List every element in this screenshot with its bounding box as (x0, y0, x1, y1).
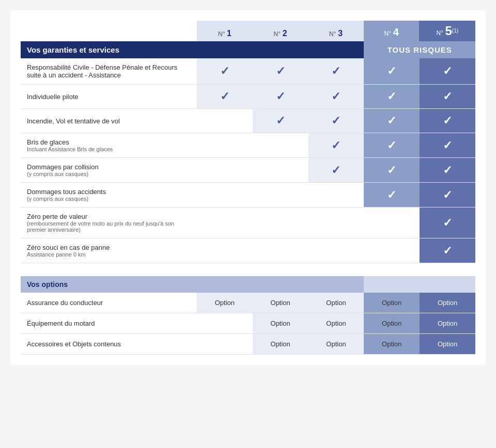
opt-row0-opt5: Option (420, 293, 475, 313)
col1-number: 1 (227, 29, 231, 38)
table-row: Dommages tous accidents (y compris aux c… (21, 183, 475, 207)
row5-check5: ✓ (420, 183, 475, 207)
opt-row2-opt5: Option (420, 333, 475, 354)
row4-check3: ✓ (308, 158, 364, 183)
row5-check1 (197, 183, 253, 207)
opt-row1-opt3: Option (308, 313, 364, 333)
table-row: Dommages par collision (y compris aux ca… (21, 158, 475, 183)
options-header-left: Vos options (21, 276, 364, 293)
opt-row1-opt2: Option (253, 313, 308, 333)
header-table: N° 1 N° 2 N° 3 N° 4 N° 5(1) (21, 21, 475, 41)
row0-check1: ✓ (197, 58, 253, 85)
col3-prefix: N° (329, 30, 336, 38)
row1-check5: ✓ (420, 85, 475, 109)
col4-number: 4 (393, 26, 399, 38)
row1-check4: ✓ (364, 85, 420, 109)
row3-check3: ✓ (308, 133, 364, 158)
row0-check2: ✓ (253, 58, 308, 85)
opt-row2-opt1 (197, 333, 253, 354)
row1-label: Individuelle pilote (21, 85, 197, 109)
guarantees-header-left: Vos garanties et services (21, 41, 364, 58)
list-item: Assurance du conducteur Option Option Op… (21, 293, 475, 313)
row3-check1 (197, 133, 253, 158)
spacer-row (21, 263, 475, 276)
table-row: Responsabilité Civile - Défense Pénale e… (21, 58, 475, 85)
col5-superscript: (1) (452, 28, 458, 34)
table-row: Zéro perte de valeur (remboursement de v… (21, 207, 475, 238)
row2-check5: ✓ (420, 109, 475, 133)
header-col-2: N° 2 (253, 21, 308, 41)
row0-check4: ✓ (364, 58, 420, 85)
row7-check4 (364, 238, 420, 263)
row7-label: Zéro souci en cas de panne Assistance pa… (21, 238, 197, 263)
col3-number: 3 (338, 29, 343, 38)
table-row: Zéro souci en cas de panne Assistance pa… (21, 238, 475, 263)
opt-row1-opt1 (197, 313, 253, 333)
row2-check1 (197, 109, 253, 133)
row5-check2 (253, 183, 308, 207)
row3-check4: ✓ (364, 133, 420, 158)
opt-row2-opt2: Option (253, 333, 308, 354)
table-row: Incendie, Vol et tentative de vol ✓ ✓ ✓ … (21, 109, 475, 133)
col2-prefix: N° (274, 30, 281, 38)
opt-row1-label: Équipement du motard (21, 313, 197, 333)
row2-check4: ✓ (364, 109, 420, 133)
list-item: Accessoires et Objets contenus Option Op… (21, 333, 475, 354)
row7-check2 (253, 238, 308, 263)
row0-check3: ✓ (308, 58, 364, 85)
opt-row1-opt5: Option (420, 313, 475, 333)
row5-check4: ✓ (364, 183, 420, 207)
col5-prefix: N° (436, 29, 443, 37)
row1-check3: ✓ (308, 85, 364, 109)
opt-row0-opt3: Option (308, 293, 364, 313)
col1-prefix: N° (218, 30, 225, 38)
row0-label: Responsabilité Civile - Défense Pénale e… (21, 58, 197, 85)
row6-label: Zéro perte de valeur (remboursement de v… (21, 207, 197, 238)
list-item: Équipement du motard Option Option Optio… (21, 313, 475, 333)
opt-row0-opt2: Option (253, 293, 308, 313)
opt-row2-opt3: Option (308, 333, 364, 354)
header-col-4: N° 4 (364, 21, 420, 41)
opt-row1-opt4: Option (364, 313, 420, 333)
row6-check3 (308, 207, 364, 238)
row7-check3 (308, 238, 364, 263)
row6-check4 (364, 207, 420, 238)
row5-label: Dommages tous accidents (y compris aux c… (21, 183, 197, 207)
opt-row0-label: Assurance du conducteur (21, 293, 197, 313)
row3-label: Bris de glaces Incluant Assistance Bris … (21, 133, 197, 158)
header-col-5: N° 5(1) (419, 21, 475, 41)
row3-check5: ✓ (420, 133, 475, 158)
table-row: Individuelle pilote ✓ ✓ ✓ ✓ ✓ (21, 85, 475, 109)
row4-check1 (197, 158, 253, 183)
row4-check4: ✓ (364, 158, 420, 183)
row1-check2: ✓ (253, 85, 308, 109)
table-row: Bris de glaces Incluant Assistance Bris … (21, 133, 475, 158)
col2-number: 2 (283, 29, 287, 38)
guarantees-header-row: Vos garanties et services TOUS RISQUES (21, 41, 475, 58)
row6-check1 (197, 207, 253, 238)
col4-prefix: N° (384, 30, 391, 37)
options-header-right (364, 276, 475, 293)
row6-check5: ✓ (420, 207, 475, 238)
row4-check2 (253, 158, 308, 183)
guarantees-header-right: TOUS RISQUES (364, 41, 475, 58)
row2-check2: ✓ (253, 109, 308, 133)
opt-row2-label: Accessoires et Objets contenus (21, 333, 197, 354)
row7-check1 (197, 238, 253, 263)
col5-number: 5 (445, 24, 452, 38)
row6-check2 (253, 207, 308, 238)
page-container: N° 1 N° 2 N° 3 N° 4 N° 5(1) Vos ga (10, 10, 486, 365)
opt-row0-opt4: Option (364, 293, 420, 313)
row7-check5: ✓ (420, 238, 475, 263)
row4-label: Dommages par collision (y compris aux ca… (21, 158, 197, 183)
row1-check1: ✓ (197, 85, 253, 109)
header-col-1: N° 1 (197, 21, 253, 41)
header-label-empty (21, 21, 197, 41)
opt-row0-opt1: Option (197, 293, 253, 313)
row4-check5: ✓ (420, 158, 475, 183)
row2-check3: ✓ (308, 109, 364, 133)
row5-check3 (308, 183, 364, 207)
guarantees-table: Vos garanties et services TOUS RISQUES R… (21, 41, 475, 355)
opt-row2-opt4: Option (364, 333, 420, 354)
options-header-row: Vos options (21, 276, 475, 293)
